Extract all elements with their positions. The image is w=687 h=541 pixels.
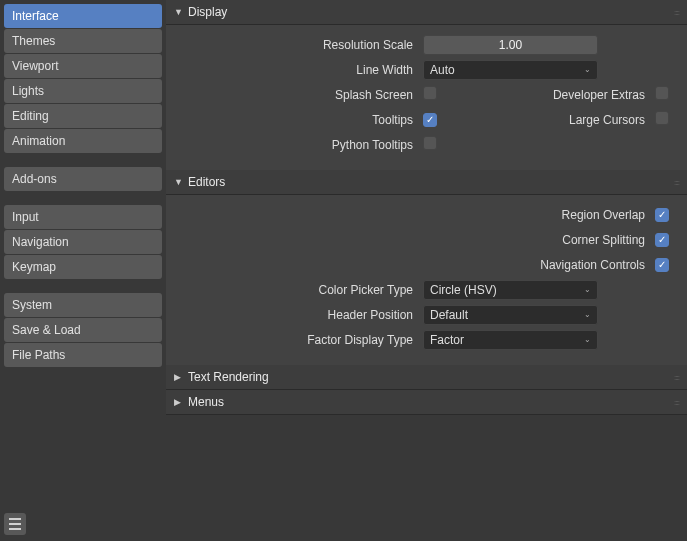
python-tooltips-label: Python Tooltips — [178, 138, 423, 152]
header-position-select[interactable]: Default⌄ — [423, 305, 598, 325]
grip-icon[interactable]: :::: — [674, 8, 679, 17]
chevron-down-icon: ⌄ — [584, 61, 591, 79]
sidebar-group-0: Interface Themes Viewport Lights Editing… — [4, 4, 162, 153]
splash-label: Splash Screen — [178, 88, 423, 102]
header-position-label: Header Position — [178, 308, 423, 322]
color-picker-select[interactable]: Circle (HSV)⌄ — [423, 280, 598, 300]
grip-icon[interactable]: :::: — [674, 398, 679, 407]
factor-display-select[interactable]: Factor⌄ — [423, 330, 598, 350]
sidebar-item-interface[interactable]: Interface — [4, 4, 162, 28]
disclosure-down-icon: ▼ — [174, 177, 184, 187]
main-content: ▼ Display :::: Resolution Scale 1.00 Lin… — [166, 0, 687, 541]
large-cursors-checkbox[interactable] — [655, 111, 669, 125]
factor-display-label: Factor Display Type — [178, 333, 423, 347]
sidebar-item-editing[interactable]: Editing — [4, 104, 162, 128]
sidebar-bottom — [4, 513, 162, 537]
panel-header-display[interactable]: ▼ Display :::: — [166, 0, 687, 25]
sidebar: Interface Themes Viewport Lights Editing… — [0, 0, 166, 541]
grip-icon[interactable]: :::: — [674, 178, 679, 187]
sidebar-group-1: Add-ons — [4, 167, 162, 191]
tooltips-label: Tooltips — [178, 113, 423, 127]
corner-splitting-checkbox[interactable] — [655, 233, 669, 247]
panel-body-display: Resolution Scale 1.00 Line Width Auto⌄ S… — [166, 25, 687, 170]
tooltips-checkbox[interactable] — [423, 113, 437, 127]
panel-title: Menus — [188, 395, 224, 409]
nav-controls-checkbox[interactable] — [655, 258, 669, 272]
corner-splitting-label: Corner Splitting — [443, 233, 655, 247]
sidebar-item-system[interactable]: System — [4, 293, 162, 317]
chevron-down-icon: ⌄ — [584, 306, 591, 324]
dev-extras-label: Developer Extras — [443, 88, 655, 102]
disclosure-right-icon: ▶ — [174, 397, 184, 407]
panel-title: Text Rendering — [188, 370, 269, 384]
panel-title: Editors — [188, 175, 225, 189]
panel-header-editors[interactable]: ▼ Editors :::: — [166, 170, 687, 195]
sidebar-group-3: System Save & Load File Paths — [4, 293, 162, 367]
sidebar-item-input[interactable]: Input — [4, 205, 162, 229]
nav-controls-label: Navigation Controls — [443, 258, 655, 272]
menu-icon[interactable] — [4, 513, 26, 535]
sidebar-item-file-paths[interactable]: File Paths — [4, 343, 162, 367]
disclosure-down-icon: ▼ — [174, 7, 184, 17]
sidebar-item-viewport[interactable]: Viewport — [4, 54, 162, 78]
sidebar-item-keymap[interactable]: Keymap — [4, 255, 162, 279]
disclosure-right-icon: ▶ — [174, 372, 184, 382]
region-overlap-label: Region Overlap — [443, 208, 655, 222]
large-cursors-label: Large Cursors — [443, 113, 655, 127]
panel-body-editors: Region Overlap Corner Splitting Navigati… — [166, 195, 687, 365]
resolution-scale-field[interactable]: 1.00 — [423, 35, 598, 55]
sidebar-item-animation[interactable]: Animation — [4, 129, 162, 153]
chevron-down-icon: ⌄ — [584, 281, 591, 299]
dev-extras-checkbox[interactable] — [655, 86, 669, 100]
python-tooltips-checkbox[interactable] — [423, 136, 437, 150]
sidebar-item-themes[interactable]: Themes — [4, 29, 162, 53]
chevron-down-icon: ⌄ — [584, 331, 591, 349]
panel-header-menus[interactable]: ▶ Menus :::: — [166, 390, 687, 415]
region-overlap-checkbox[interactable] — [655, 208, 669, 222]
splash-checkbox[interactable] — [423, 86, 437, 100]
line-width-label: Line Width — [178, 63, 423, 77]
sidebar-item-navigation[interactable]: Navigation — [4, 230, 162, 254]
color-picker-label: Color Picker Type — [178, 283, 423, 297]
sidebar-item-addons[interactable]: Add-ons — [4, 167, 162, 191]
resolution-scale-label: Resolution Scale — [178, 38, 423, 52]
line-width-select[interactable]: Auto⌄ — [423, 60, 598, 80]
panel-header-text-rendering[interactable]: ▶ Text Rendering :::: — [166, 365, 687, 390]
panel-title: Display — [188, 5, 227, 19]
sidebar-item-save-load[interactable]: Save & Load — [4, 318, 162, 342]
grip-icon[interactable]: :::: — [674, 373, 679, 382]
sidebar-item-lights[interactable]: Lights — [4, 79, 162, 103]
sidebar-group-2: Input Navigation Keymap — [4, 205, 162, 279]
